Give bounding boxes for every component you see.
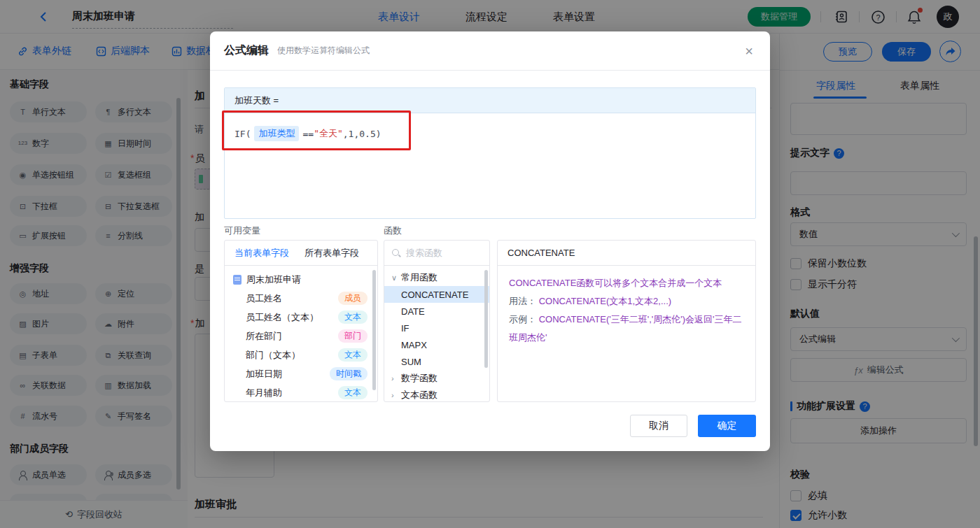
function-group-text[interactable]: › 文本函数 [384,387,489,402]
confirm-button[interactable]: 确定 [698,415,756,437]
function-description-panel: CONCATENATE CONCATENATE函数可以将多个文本合并成一个文本 … [497,240,756,402]
variables-panel: 当前表单字段 所有表单字段 周末加班申请 员工姓名 成员 员工姓名（文本） 文本… [224,240,378,402]
functions-panel: 搜索函数 ∨ 常用函数 CONCATENATE DATE IF MAPX SUM… [384,240,490,402]
function-item-sum[interactable]: SUM [384,353,489,370]
variable-item[interactable]: 部门（文本） 文本 [225,345,377,364]
chevron-right-icon: › [391,391,401,399]
search-placeholder: 搜索函数 [406,247,442,259]
variable-item[interactable]: 员工姓名 成员 [225,289,377,308]
modal-header: 公式编辑 使用数学运算符编辑公式 × [210,31,770,71]
formula-target: 加班天数 = [225,88,755,113]
formula-string-literal: "全天" [314,127,343,140]
modal-subtitle: 使用数学运算符编辑公式 [277,45,370,57]
variables-scrollbar[interactable] [372,270,376,390]
variable-item[interactable]: 加班日期 时间戳 [225,364,377,383]
type-badge: 成员 [338,292,368,305]
tab-current-form-fields[interactable]: 当前表单字段 [234,247,289,259]
type-badge: 文本 [338,386,368,399]
modal-title: 公式编辑 [224,43,269,58]
function-group-common[interactable]: ∨ 常用函数 [384,269,489,286]
functions-label: 函数 [384,224,402,237]
formula-editor[interactable]: 加班天数 = IF( 加班类型 == "全天" ,1,0.5) [224,87,756,219]
description-title-row: CONCATENATE [498,241,755,266]
variable-item[interactable]: 年月辅助 文本 [225,383,377,402]
example-label: 示例： [509,314,536,324]
variable-item[interactable]: 所在部门 部门 [225,327,377,345]
function-item-mapx[interactable]: MAPX [384,336,489,353]
formula-operator: == [302,129,314,139]
type-badge: 文本 [338,348,368,362]
close-icon[interactable]: × [745,44,753,58]
function-search[interactable]: 搜索函数 [384,241,489,266]
variable-item[interactable]: 员工姓名（文本） 文本 [225,308,377,327]
type-badge: 文本 [338,311,368,324]
tab-all-form-fields[interactable]: 所有表单字段 [304,247,359,259]
type-badge: 时间戳 [330,367,368,380]
usage-label: 用法： [509,296,536,306]
description-body: CONCATENATE函数可以将多个文本合并成一个文本 用法： CONCATEN… [498,266,755,355]
formula-prefix: IF( [234,129,251,139]
type-badge: 部门 [338,329,368,343]
function-item-concatenate[interactable]: CONCATENATE [384,286,489,303]
variables-tabs: 当前表单字段 所有表单字段 [225,241,377,266]
variable-tree-root[interactable]: 周末加班申请 [225,270,377,289]
description-function-name: CONCATENATE [507,248,575,258]
form-doc-icon [233,275,241,285]
formula-field-token[interactable]: 加班类型 [254,126,299,141]
function-item-if[interactable]: IF [384,320,489,336]
chevron-right-icon: › [391,374,401,383]
form-designer-screen: 周末加班申请 表单设计 流程设定 表单设置 数据管理 ? 政 表单外链 后端脚本 [0,0,980,528]
variables-label: 可用变量 [224,224,260,237]
function-group-math[interactable]: › 数学函数 [384,370,489,387]
formula-suffix: ,1,0.5) [343,129,382,139]
formula-expression[interactable]: IF( 加班类型 == "全天" ,1,0.5) [225,113,755,154]
cancel-button[interactable]: 取消 [630,415,687,437]
formula-editor-modal: 公式编辑 使用数学运算符编辑公式 × 加班天数 = IF( 加班类型 == "全… [210,31,770,451]
search-icon [391,248,401,258]
function-item-date[interactable]: DATE [384,303,489,320]
chevron-down-icon: ∨ [391,273,401,283]
functions-scrollbar[interactable] [484,270,488,368]
